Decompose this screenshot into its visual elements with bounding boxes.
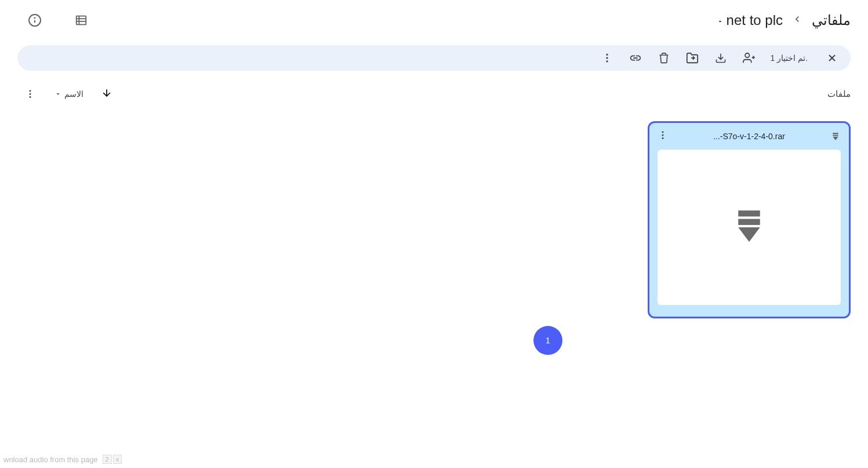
- section-title: ملفات: [827, 89, 851, 99]
- svg-point-7: [606, 54, 608, 56]
- close-icon[interactable]: [825, 51, 839, 65]
- breadcrumb-root[interactable]: ملفاتي: [812, 12, 851, 28]
- breadcrumb-current-folder[interactable]: net to plc: [717, 12, 783, 28]
- sort-direction-icon[interactable]: [101, 87, 112, 101]
- move-to-icon[interactable]: [685, 51, 699, 65]
- svg-rect-20: [833, 135, 838, 136]
- svg-rect-22: [738, 219, 760, 225]
- header-left-controls: [23, 9, 93, 32]
- selection-toolbar: تم اختيار 1.: [17, 45, 851, 71]
- selection-count-label: تم اختيار 1.: [771, 53, 808, 63]
- count-badge[interactable]: 1: [533, 326, 562, 355]
- more-options-icon[interactable]: [600, 51, 614, 65]
- share-user-icon[interactable]: [742, 51, 756, 65]
- badge-count: 1: [546, 336, 550, 345]
- svg-point-2: [35, 18, 35, 19]
- sort-by-name[interactable]: الاسم: [55, 89, 83, 99]
- current-folder-label: net to plc: [727, 12, 783, 28]
- file-grid: ...-S7o-v-1-2-4-0.rar: [0, 110, 868, 330]
- archive-filetype-icon: [830, 132, 841, 141]
- svg-rect-21: [738, 211, 760, 216]
- more-vert-icon[interactable]: [23, 87, 37, 101]
- breadcrumb: net to plc ملفاتي: [717, 12, 851, 28]
- archive-large-icon: [735, 209, 764, 246]
- svg-point-17: [662, 135, 664, 136]
- sort-label-text: الاسم: [64, 89, 83, 99]
- file-more-icon[interactable]: [658, 130, 668, 143]
- link-icon[interactable]: [629, 51, 642, 65]
- svg-point-12: [30, 90, 31, 92]
- footer-close-btn[interactable]: x: [113, 455, 122, 464]
- svg-point-14: [30, 96, 31, 98]
- dropdown-arrow-icon: [717, 12, 724, 28]
- file-name-label: ...-S7o-v-1-2-4-0.rar: [668, 132, 830, 141]
- file-card[interactable]: ...-S7o-v-1-2-4-0.rar: [648, 121, 851, 318]
- svg-rect-3: [77, 16, 86, 25]
- chevron-left-icon: [791, 13, 803, 28]
- file-preview-area: [658, 150, 841, 305]
- svg-point-13: [30, 93, 31, 95]
- svg-point-8: [606, 57, 608, 59]
- sort-controls: الاسم: [23, 87, 112, 101]
- header-bar: net to plc ملفاتي: [0, 0, 868, 41]
- dropdown-arrow-icon: [55, 90, 61, 97]
- svg-rect-19: [833, 133, 838, 134]
- delete-icon[interactable]: [657, 51, 671, 65]
- download-icon[interactable]: [714, 51, 728, 65]
- footer-btn-1[interactable]: 2: [103, 455, 112, 464]
- content-header: الاسم ملفات: [0, 75, 868, 110]
- svg-point-18: [662, 137, 664, 139]
- file-card-header: ...-S7o-v-1-2-4-0.rar: [649, 123, 849, 150]
- info-icon[interactable]: [23, 9, 46, 32]
- svg-point-9: [606, 60, 608, 62]
- footer-extension-bar: wnload audio from this page 2 x: [0, 451, 122, 468]
- footer-text: wnload audio from this page: [0, 453, 101, 466]
- svg-point-16: [662, 131, 664, 133]
- list-view-icon[interactable]: [70, 9, 93, 32]
